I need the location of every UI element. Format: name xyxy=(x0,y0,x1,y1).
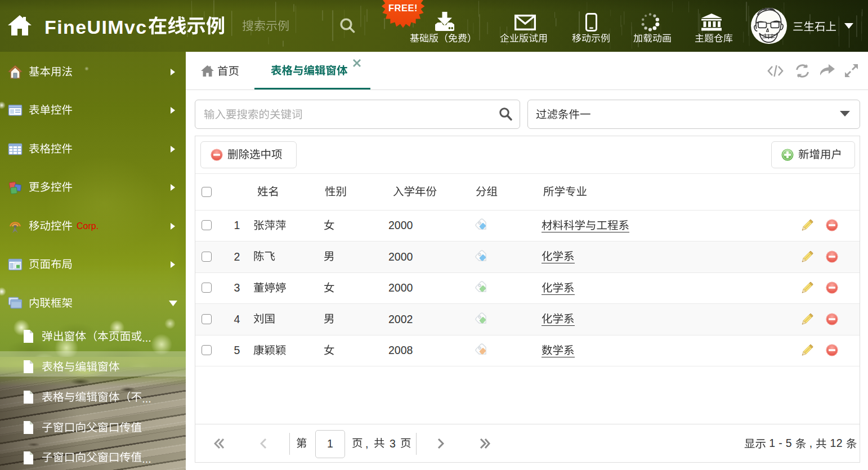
svg-text:FREE!: FREE! xyxy=(388,3,418,13)
